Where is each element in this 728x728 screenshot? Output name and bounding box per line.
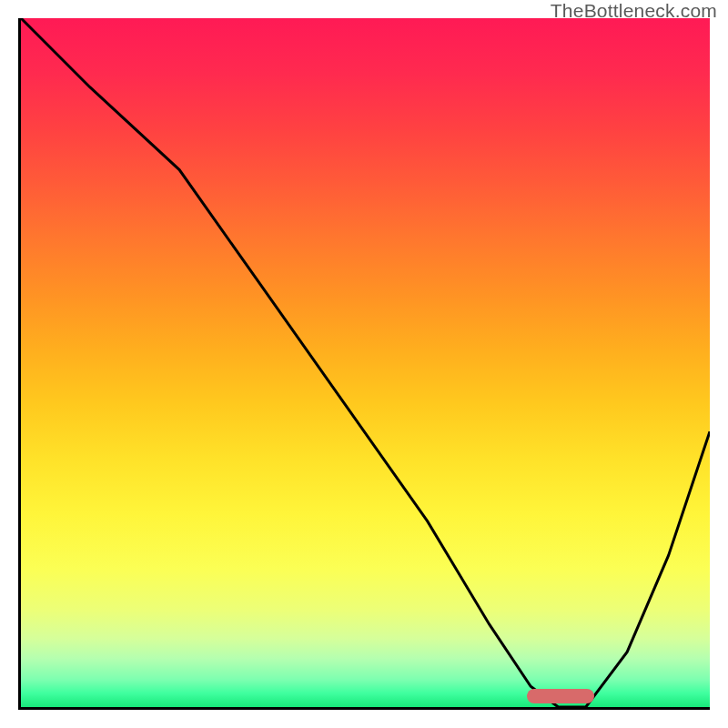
gradient-background	[21, 18, 710, 707]
chart-container: TheBottleneck.com	[0, 0, 728, 728]
plot-area	[18, 18, 710, 710]
optimal-marker	[527, 689, 594, 703]
